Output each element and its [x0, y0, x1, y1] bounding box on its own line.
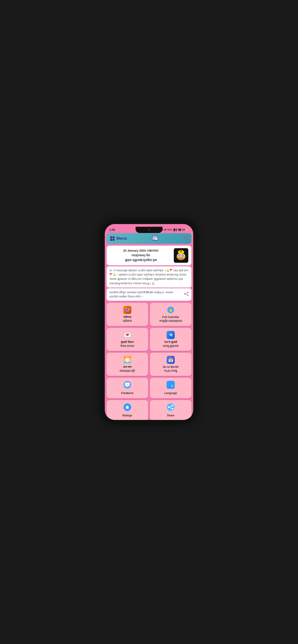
ratings-button[interactable]: Ratings	[107, 400, 148, 420]
svg-point-24	[184, 293, 185, 294]
kundali-milan-button[interactable]: 💌 कुंडली मिलान ବିବାହ ମେଳକ	[107, 328, 148, 351]
feedback-button[interactable]: ? Feedback	[107, 378, 148, 398]
svg-line-11	[185, 238, 187, 239]
status-icons: 🔕 ✳ Yoᵒo ▐▌▌ 4 ⚡	[160, 228, 189, 232]
svg-text:A: A	[171, 384, 173, 387]
naam-kundali-button[interactable]: অ नाम से कुंडली ନାମରୁ କୁଣ୍ଡଳୀ	[150, 328, 191, 351]
svg-point-18	[179, 255, 180, 256]
aay-vyay-label: आय व्यय ଆୟବ୍ୟୟ ସୂଚି	[119, 365, 135, 373]
date-line1: 22 January 2024, ସୋମବାର	[110, 248, 172, 253]
feedback-icon: ?	[123, 381, 131, 390]
camera	[148, 228, 150, 231]
svg-rect-6	[155, 239, 155, 240]
date-line3: ଶୁକ୍ଳ ଦ୍ୱାଦଶୀ,ମୃଗଶିରା ବୃଷ	[110, 258, 172, 262]
language-button[interactable]: 🌐 A Language	[150, 378, 191, 398]
aay-vyay-icon: 🌅	[123, 356, 131, 364]
top-nav: Menu	[107, 233, 191, 244]
info-text-1: ତା. ୨୨ ଅଯୋଧ୍ୟା ଶ୍ରୀରାମ ମନ୍ଦିର ପ୍ରାଣ ପ୍ରତ…	[109, 269, 188, 285]
rashifal-button[interactable]: 🔮 राशिफल ରାଶିଫଳ	[107, 303, 148, 326]
phone-screen: 1:06 🔕 ✳ Yoᵒo ▐▌▌ 4 ⚡ Menu	[105, 224, 193, 420]
kundali-milan-icon: 💌	[123, 331, 131, 339]
svg-point-38	[172, 408, 173, 410]
svg-line-10	[185, 237, 187, 238]
info-text-2: ଯୋଗିନୀ ନୈଋୁତ କୋଣରେ ଘଣ୍ଟା9:58 pm ପର୍ଯ୍ୟନ୍…	[109, 290, 182, 299]
signal-icon: Yoᵒo	[167, 228, 172, 231]
battery-fill	[179, 229, 181, 230]
svg-text:👆: 👆	[168, 308, 173, 312]
share-grid-label: Share	[167, 414, 174, 418]
go-to-month-icon: 📅	[167, 356, 175, 364]
svg-point-22	[187, 292, 189, 293]
aay-vyay-button[interactable]: 🌅 आय व्यय ଆୟବ୍ୟୟ ସୂଚି	[107, 353, 148, 376]
ratings-label: Ratings	[122, 414, 132, 418]
svg-point-23	[187, 294, 189, 296]
calendar-button[interactable]	[152, 236, 158, 242]
share-button-top[interactable]	[183, 236, 188, 241]
phone-frame: 1:06 🔕 ✳ Yoᵒo ▐▌▌ 4 ⚡ Menu	[102, 222, 196, 422]
date-text: 22 January 2024, ସୋମବାର ମାଘ(ମକର) ଦିନ ଶୁକ…	[110, 248, 172, 262]
full-calendar-label: Full Calendar ସଂପୂର୍ଣ୍ଣ କେଲେଣ୍ଡାର	[159, 315, 182, 323]
battery-level: 4	[184, 228, 185, 231]
menu-label: Menu	[116, 236, 127, 241]
menu-button[interactable]: Menu	[110, 236, 127, 241]
grid-buttons: 🔮 राशिफल ରାଶିଫଳ 👆	[105, 302, 193, 420]
go-to-month-label: Go to Month ଅନ୍ୟ ମାସକୁ	[163, 365, 179, 373]
svg-line-25	[185, 293, 187, 294]
share-button-grid[interactable]: Share	[150, 400, 191, 420]
bluetooth-icon: ✳	[164, 228, 166, 232]
feedback-label: Feedback	[121, 391, 133, 395]
svg-rect-3	[155, 238, 155, 238]
naam-kundali-label: नाम से कुंडली ନାମରୁ କୁଣ୍ଡଳୀ	[163, 340, 179, 348]
kundali-milan-label: कुंडली मिलान ବିବାହ ମେଳକ	[120, 340, 134, 348]
svg-rect-5	[153, 239, 154, 240]
scroll-area[interactable]: 22 January 2024, ସୋମବାର ମାଘ(ମକର) ଦିନ ଶୁକ…	[105, 245, 193, 420]
menu-grid-icon	[110, 236, 115, 241]
svg-rect-2	[153, 238, 154, 238]
svg-text:?: ?	[127, 384, 128, 386]
time-display: 1:06	[109, 228, 115, 232]
date-line2: ମାଘ(ମକର) ଦିନ	[110, 253, 172, 258]
svg-point-8	[187, 239, 188, 240]
full-calendar-icon: 👆	[167, 306, 175, 314]
naam-kundali-icon: অ	[167, 331, 175, 339]
jagannath-image	[174, 248, 188, 263]
svg-rect-4	[156, 238, 157, 238]
info-share-button[interactable]	[184, 291, 189, 298]
battery-icon	[178, 228, 183, 231]
svg-point-9	[183, 238, 185, 238]
rashifal-label: राशिफल ରାଶିଫଳ	[123, 315, 132, 323]
full-calendar-button[interactable]: 👆 Full Calendar ସଂପୂର୍ଣ୍ଣ କେଲେଣ୍ଡାର	[150, 303, 191, 326]
language-label: Language	[164, 391, 177, 395]
svg-point-19	[182, 255, 183, 256]
charging-icon: ⚡	[186, 228, 189, 231]
svg-point-37	[172, 405, 173, 406]
svg-line-26	[185, 294, 187, 295]
rashifal-icon: 🔮	[123, 306, 131, 314]
ratings-icon	[123, 403, 131, 412]
info-card-1: ତା. ୨୨ ଅଯୋଧ୍ୟା ଶ୍ରୀରାମ ମନ୍ଦିର ପ୍ରାଣ ପ୍ରତ…	[107, 266, 191, 288]
wifi-bars-icon: ▐▌▌	[173, 228, 177, 231]
svg-point-36	[167, 404, 174, 411]
date-card: 22 January 2024, ସୋମବାର ମାଘ(ମକର) ଦିନ ଶୁକ…	[107, 246, 191, 266]
language-icon: 🌐 A	[167, 381, 175, 390]
svg-point-39	[168, 406, 170, 408]
go-to-month-button[interactable]: 📅 Go to Month ଅନ୍ୟ ମାସକୁ	[150, 353, 191, 376]
notch	[136, 227, 162, 233]
svg-point-21	[180, 251, 182, 252]
info-card-2: ଯୋଗିନୀ ନୈଋୁତ କୋଣରେ ଘଣ୍ଟା9:58 pm ପର୍ଯ୍ୟନ୍…	[107, 288, 191, 301]
share-grid-icon	[167, 403, 175, 412]
svg-point-7	[187, 236, 188, 237]
